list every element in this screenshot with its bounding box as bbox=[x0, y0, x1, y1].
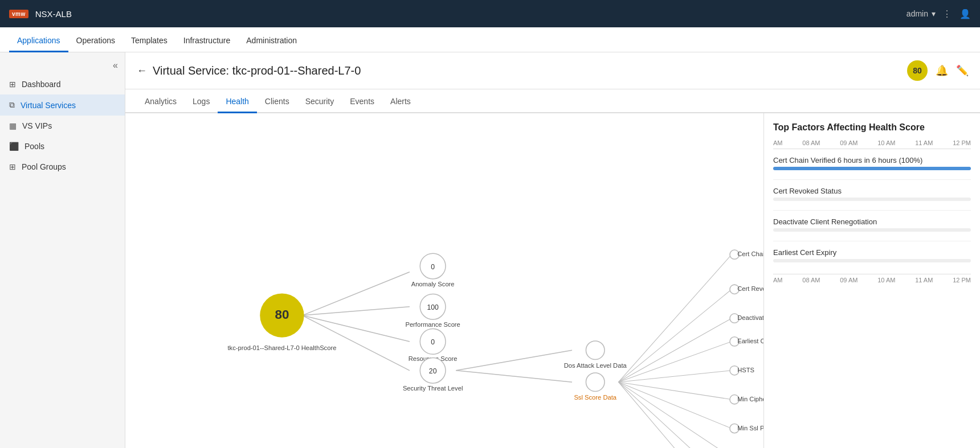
health-graph-svg: 80 tkc-prod-01--Shared-L7-0 HealthScore … bbox=[125, 113, 763, 448]
svg-line-1 bbox=[303, 307, 410, 315]
factor-cert-chain-verified: Cert Chain Verified 6 hours in 6 hours (… bbox=[773, 156, 971, 170]
layout: « ⊞ Dashboard ⧉ Virtual Services ▦ VS VI… bbox=[0, 52, 980, 448]
vmw-logo: vmw bbox=[9, 10, 28, 18]
health-score-badge: 80 bbox=[907, 60, 928, 81]
top-bar-icons: ⋮ 👤 bbox=[942, 9, 971, 19]
nav-administration[interactable]: Administration bbox=[238, 30, 305, 52]
admin-button[interactable]: admin ▾ bbox=[906, 9, 936, 18]
sidebar-item-pool-groups[interactable]: ⊞ Pool Groups bbox=[0, 157, 125, 177]
sidebar-item-dashboard[interactable]: ⊞ Dashboard bbox=[0, 74, 125, 94]
main-content: ← Virtual Service: tkc-prod-01--Shared-L… bbox=[125, 52, 980, 448]
svg-line-3 bbox=[303, 315, 410, 371]
chevron-down-icon: ▾ bbox=[932, 9, 936, 18]
sidebar-label-pool-groups: Pool Groups bbox=[22, 162, 66, 171]
svg-text:80: 80 bbox=[275, 307, 289, 322]
time-label-11am: 11 AM bbox=[915, 139, 933, 146]
content-area: 80 tkc-prod-01--Shared-L7-0 HealthScore … bbox=[125, 113, 980, 448]
time-label-9am: 09 AM bbox=[840, 139, 858, 146]
svg-text:20: 20 bbox=[429, 367, 437, 375]
sidebar-label-dashboard: Dashboard bbox=[22, 80, 61, 89]
edit-icon[interactable]: ✏️ bbox=[956, 64, 969, 77]
layers-icon: ⧉ bbox=[9, 100, 15, 110]
back-button[interactable]: ← bbox=[137, 65, 147, 77]
factor-deactivate-client: Deactivate Client Renegotiation bbox=[773, 217, 971, 232]
graph-area: 80 tkc-prod-01--Shared-L7-0 HealthScore … bbox=[125, 113, 763, 448]
time-label-9am-bot: 09 AM bbox=[840, 277, 858, 283]
sidebar-item-virtual-services[interactable]: ⧉ Virtual Services bbox=[0, 94, 125, 116]
sidebar-collapse-button[interactable]: « bbox=[0, 57, 125, 74]
right-panel-title: Top Factors Affecting Health Score bbox=[773, 122, 971, 133]
grid-icon: ⊞ bbox=[9, 80, 16, 89]
factor-cert-revoked: Cert Revoked Status bbox=[773, 187, 971, 201]
svg-text:Cert Revoked Status: Cert Revoked Status bbox=[737, 285, 763, 292]
svg-line-11 bbox=[618, 382, 732, 400]
svg-text:Deactivate Client Renegotiatio: Deactivate Client Renegotiation bbox=[737, 314, 763, 321]
svg-line-15 bbox=[618, 382, 732, 448]
svg-line-12 bbox=[618, 382, 732, 428]
factor-cert-chain-fill bbox=[773, 167, 971, 170]
time-label-10am: 10 AM bbox=[877, 139, 895, 146]
nav-templates[interactable]: Templates bbox=[123, 30, 175, 52]
factor-divider-3 bbox=[773, 241, 971, 241]
svg-line-4 bbox=[456, 350, 572, 371]
time-label-12pm: 12 PM bbox=[953, 139, 971, 146]
factor-earliest-cert-label: Earliest Cert Expiry bbox=[773, 248, 971, 257]
svg-text:Earliest Cert Expiry: Earliest Cert Expiry bbox=[737, 338, 763, 344]
page-header-left: ← Virtual Service: tkc-prod-01--Shared-L… bbox=[137, 64, 361, 77]
svg-line-2 bbox=[303, 315, 410, 342]
user-icon[interactable]: 👤 bbox=[959, 9, 971, 19]
admin-label: admin bbox=[906, 9, 928, 18]
svg-text:Min Ssl Protocol Strength: Min Ssl Protocol Strength bbox=[737, 425, 763, 431]
svg-line-7 bbox=[618, 289, 732, 382]
top-bar-right: admin ▾ ⋮ 👤 bbox=[906, 9, 971, 19]
page-title: Virtual Service: tkc-prod-01--Shared-L7-… bbox=[153, 64, 361, 77]
bell-icon[interactable]: 🔔 bbox=[936, 64, 948, 77]
svg-text:Performance Score: Performance Score bbox=[405, 321, 460, 328]
svg-line-6 bbox=[618, 254, 732, 382]
time-label-am: AM bbox=[773, 139, 783, 146]
header-actions: 80 🔔 ✏️ bbox=[907, 60, 969, 81]
svg-text:Cert Chain Verified: Cert Chain Verified bbox=[737, 250, 763, 257]
database-icon: ⬛ bbox=[9, 142, 19, 151]
svg-text:Dos Attack Level Data: Dos Attack Level Data bbox=[564, 362, 627, 369]
factor-divider-1 bbox=[773, 179, 971, 180]
factor-divider-2 bbox=[773, 210, 971, 211]
factor-earliest-cert: Earliest Cert Expiry bbox=[773, 248, 971, 262]
svg-text:0: 0 bbox=[431, 263, 435, 271]
svg-text:Security Threat Level: Security Threat Level bbox=[403, 385, 463, 392]
server-icon: ▦ bbox=[9, 121, 17, 130]
sidebar-label-vs-vips: VS VIPs bbox=[22, 121, 52, 130]
nav-applications[interactable]: Applications bbox=[9, 30, 68, 52]
time-label-10am-bot: 10 AM bbox=[877, 277, 895, 283]
svg-text:100: 100 bbox=[427, 303, 439, 311]
sidebar-item-pools[interactable]: ⬛ Pools bbox=[0, 136, 125, 157]
top-bar: vmw NSX-ALB admin ▾ ⋮ 👤 bbox=[0, 0, 980, 27]
nav-operations[interactable]: Operations bbox=[68, 30, 123, 52]
more-vertical-icon[interactable]: ⋮ bbox=[942, 9, 952, 19]
tab-logs[interactable]: Logs bbox=[185, 91, 218, 113]
ssl-score-data-node[interactable] bbox=[586, 373, 605, 392]
tab-security[interactable]: Security bbox=[297, 91, 342, 113]
svg-text:Anomaly Score: Anomaly Score bbox=[411, 281, 455, 287]
tab-alerts[interactable]: Alerts bbox=[382, 91, 419, 113]
svg-line-5 bbox=[456, 371, 572, 382]
sidebar-item-vs-vips[interactable]: ▦ VS VIPs bbox=[0, 116, 125, 136]
tab-clients[interactable]: Clients bbox=[257, 91, 297, 113]
sidebar: « ⊞ Dashboard ⧉ Virtual Services ▦ VS VI… bbox=[0, 52, 125, 448]
svg-line-14 bbox=[618, 382, 732, 448]
svg-text:HSTS: HSTS bbox=[737, 367, 754, 373]
time-label-8am: 08 AM bbox=[802, 139, 820, 146]
page-header: ← Virtual Service: tkc-prod-01--Shared-L… bbox=[125, 52, 980, 89]
factor-deactivate-client-label: Deactivate Client Renegotiation bbox=[773, 217, 971, 226]
sidebar-label-pools: Pools bbox=[24, 142, 44, 151]
tab-events[interactable]: Events bbox=[342, 91, 382, 113]
sub-tabs: Analytics Logs Health Clients Security E… bbox=[125, 89, 980, 113]
tab-analytics[interactable]: Analytics bbox=[137, 91, 185, 113]
dos-attack-node[interactable] bbox=[586, 341, 605, 360]
nav-infrastructure[interactable]: Infrastructure bbox=[175, 30, 238, 52]
factor-cert-revoked-bar bbox=[773, 198, 971, 201]
time-label-8am-bot: 08 AM bbox=[802, 277, 820, 283]
tab-health[interactable]: Health bbox=[218, 91, 256, 113]
top-bar-left: vmw NSX-ALB bbox=[9, 9, 72, 19]
factor-earliest-cert-bar bbox=[773, 259, 971, 262]
